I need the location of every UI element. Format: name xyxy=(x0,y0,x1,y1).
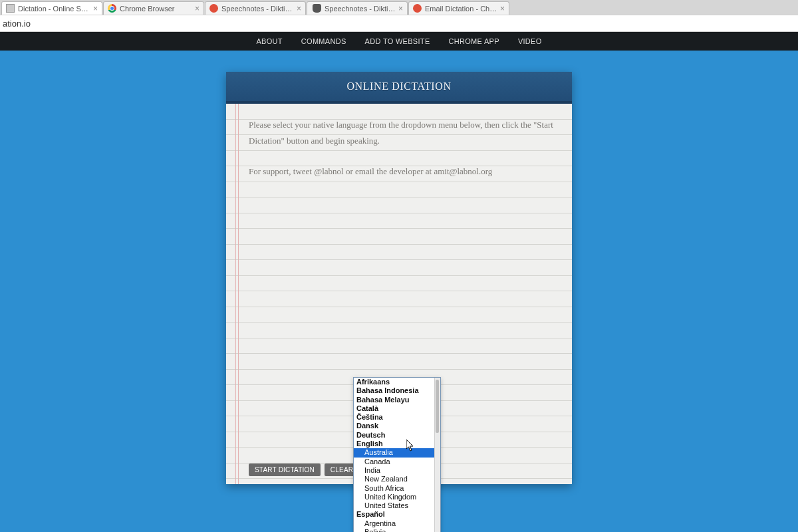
dropdown-option[interactable]: United States xyxy=(354,501,440,510)
browser-tab[interactable]: Speechnotes - Diktier-No × xyxy=(205,1,306,15)
dropdown-group[interactable]: Dansk xyxy=(354,422,440,430)
app-icon xyxy=(413,4,422,13)
scrollbar-thumb[interactable] xyxy=(436,380,439,433)
browser-tabstrip: Dictation - Online Speech × Chrome Brows… xyxy=(0,0,798,15)
chrome-icon xyxy=(108,4,116,13)
page-icon xyxy=(6,4,15,13)
tab-title: Speechnotes - Diktier-No xyxy=(221,5,294,13)
dropdown-group[interactable]: Català xyxy=(354,404,440,413)
dropdown-option[interactable]: United Kingdom xyxy=(354,493,440,501)
nav-about[interactable]: ABOUT xyxy=(256,37,282,45)
tab-title: Dictation - Online Speech xyxy=(18,5,90,13)
tab-title: Email Dictation - Chrome xyxy=(425,5,497,13)
card-title: ONLINE DICTATION xyxy=(226,72,572,104)
dropdown-group[interactable]: Bahasa Indonesia xyxy=(354,386,440,395)
dropdown-option[interactable]: South Africa xyxy=(354,484,440,493)
dropdown-group[interactable]: Afrikaans xyxy=(354,378,440,386)
scrollbar[interactable] xyxy=(434,378,440,532)
close-icon[interactable]: × xyxy=(93,4,98,13)
app-icon xyxy=(209,4,218,13)
nav-commands[interactable]: COMMANDS xyxy=(301,37,346,45)
page-background: ONLINE DICTATION Please select your nati… xyxy=(0,51,798,532)
browser-tab[interactable]: Speechnotes - Diktier-No × xyxy=(307,1,408,15)
close-icon[interactable]: × xyxy=(297,4,301,13)
dropdown-option[interactable]: Argentina xyxy=(354,519,440,528)
nav-add-to-website[interactable]: ADD TO WEBSITE xyxy=(365,37,430,45)
dropdown-list[interactable]: AfrikaansBahasa IndonesiaBahasa MelayuCa… xyxy=(354,378,440,532)
support-text: For support, tweet @labnol or email the … xyxy=(249,164,555,180)
instruction-text: Please select your native language from … xyxy=(249,117,555,148)
browser-tab[interactable]: Dictation - Online Speech × xyxy=(1,1,102,15)
browser-tab[interactable]: Chrome Browser × xyxy=(103,1,204,15)
dropdown-option[interactable]: Bolivia xyxy=(354,528,440,532)
microphone-icon xyxy=(313,4,321,13)
nav-video[interactable]: VIDEO xyxy=(518,37,542,45)
dropdown-group[interactable]: Bahasa Melayu xyxy=(354,396,440,404)
tab-title: Speechnotes - Diktier-No xyxy=(325,5,396,13)
url-text: ation.io xyxy=(3,19,31,29)
dropdown-option[interactable]: India xyxy=(354,466,440,475)
dropdown-group[interactable]: English xyxy=(354,440,440,448)
dropdown-option[interactable]: Australia xyxy=(354,448,440,457)
browser-tab[interactable]: Email Dictation - Chrome × xyxy=(408,1,509,15)
dropdown-group[interactable]: Deutsch xyxy=(354,431,440,440)
site-nav: ABOUT COMMANDS ADD TO WEBSITE CHROME APP… xyxy=(0,32,798,51)
language-dropdown[interactable]: AfrikaansBahasa IndonesiaBahasa MelayuCa… xyxy=(353,377,441,532)
tab-title: Chrome Browser xyxy=(120,5,192,13)
dropdown-group[interactable]: Español xyxy=(354,510,440,519)
start-dictation-button[interactable]: START DICTATION xyxy=(249,464,321,476)
dropdown-option[interactable]: Canada xyxy=(354,458,440,466)
address-bar[interactable]: ation.io xyxy=(0,15,798,32)
close-icon[interactable]: × xyxy=(195,4,200,13)
close-icon[interactable]: × xyxy=(500,4,505,13)
dropdown-option[interactable]: New Zealand xyxy=(354,475,440,483)
dropdown-group[interactable]: Čeština xyxy=(354,413,440,422)
nav-chrome-app[interactable]: CHROME APP xyxy=(449,37,499,45)
close-icon[interactable]: × xyxy=(398,4,403,13)
